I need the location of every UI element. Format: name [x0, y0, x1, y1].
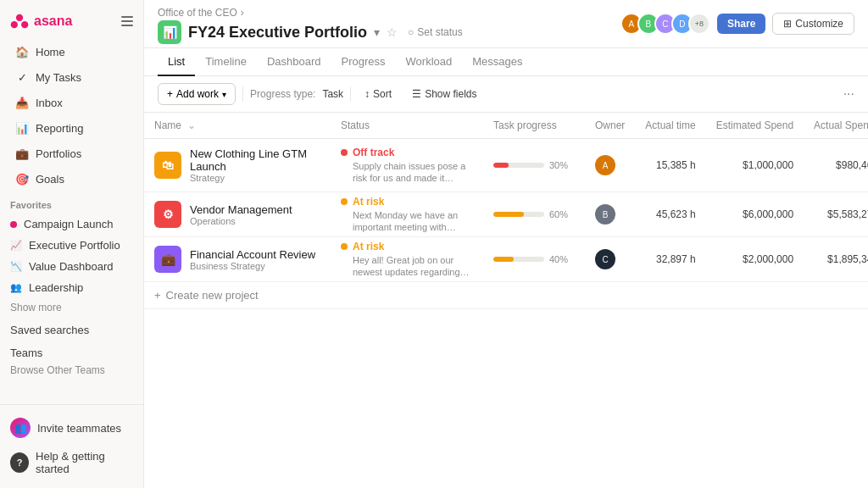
- show-more[interactable]: Show more: [0, 298, 143, 317]
- nav-portfolios[interactable]: 💼 Portfolios: [5, 141, 138, 165]
- saved-searches[interactable]: Saved searches: [0, 317, 143, 340]
- create-project-cell: + Create new project: [144, 282, 868, 309]
- row2-info: Vendor Management Operations: [190, 203, 292, 226]
- set-status[interactable]: ○ Set status: [408, 26, 463, 38]
- row3-progress-wrap: 40%: [493, 254, 575, 264]
- row3-icon: 💼: [154, 246, 181, 273]
- row3-actual-spend: $1,895,345: [804, 237, 868, 282]
- favorites-value-dashboard[interactable]: 📉 Value Dashboard: [0, 256, 143, 277]
- svg-point-1: [11, 21, 18, 28]
- row2-owner-cell: B: [585, 192, 635, 237]
- help-getting-started[interactable]: ? Help & getting started: [0, 444, 143, 481]
- row1-status-info: Off track Supply chain issues pose a ris…: [353, 147, 473, 185]
- tab-dashboard[interactable]: Dashboard: [257, 48, 331, 76]
- row1-progress-bar-bg: [493, 163, 544, 168]
- row2-sub: Operations: [190, 216, 292, 226]
- invite-icon: 👥: [10, 418, 31, 438]
- show-fields-label: Show fields: [425, 88, 476, 100]
- share-button[interactable]: Share: [717, 14, 765, 34]
- customize-button[interactable]: ⊞ Customize: [772, 13, 854, 35]
- portfolio-icon: 📈: [10, 240, 22, 251]
- table-row[interactable]: ⚙ Vendor Management Operations At risk: [144, 192, 868, 237]
- table-row[interactable]: 💼 Financial Account Review Business Stra…: [144, 237, 868, 282]
- tab-timeline-label: Timeline: [205, 55, 247, 68]
- title-chevron-icon[interactable]: ▾: [374, 25, 380, 39]
- row2-progress-cell: 60%: [483, 192, 585, 237]
- top-bar-right: A B C D +8 Share ⊞ Customize: [620, 13, 854, 42]
- row2-actual-spend: $5,583,276: [804, 192, 868, 237]
- nav-inbox-label: Inbox: [36, 97, 63, 109]
- row1-status-dot: [341, 149, 348, 156]
- row3-status-dot: [341, 243, 348, 250]
- row3-owner-avatar: C: [595, 249, 615, 269]
- name-sort-icon[interactable]: ⌄: [187, 119, 196, 131]
- col-name-label: Name: [154, 119, 181, 131]
- progress-type-value[interactable]: Task: [322, 88, 343, 100]
- row2-status-label: At risk: [353, 196, 473, 208]
- sort-button[interactable]: ↕ Sort: [358, 85, 398, 103]
- create-project-button[interactable]: + Create new project: [154, 289, 868, 302]
- tab-messages[interactable]: Messages: [462, 48, 532, 76]
- table-row[interactable]: 🛍 New Clothing Line GTM Launch Strategy …: [144, 139, 868, 192]
- row3-progress-pct: 40%: [549, 254, 568, 264]
- col-name: Name ⌄: [144, 113, 331, 139]
- projects-table: Name ⌄ Status Task progress Owner Actual…: [144, 113, 868, 309]
- favorites-leadership[interactable]: 👥 Leadership: [0, 277, 143, 298]
- row2-owner-avatar: B: [595, 204, 615, 225]
- row2-progress-wrap: 60%: [493, 209, 575, 219]
- row2-status-desc: Next Monday we have an important meeting…: [353, 209, 473, 234]
- favorites-executive-portfolio[interactable]: 📈 Executive Portfolio: [0, 235, 143, 256]
- customize-icon: ⊞: [783, 18, 792, 30]
- row2-progress-pct: 60%: [549, 209, 568, 219]
- nav-inbox[interactable]: 📥 Inbox: [5, 91, 138, 114]
- title-star-icon[interactable]: ☆: [387, 25, 398, 39]
- nav-reporting[interactable]: 📊 Reporting: [5, 116, 138, 140]
- tab-list[interactable]: List: [158, 48, 195, 76]
- briefcase-icon: 💼: [15, 147, 29, 160]
- app-logo: asana: [10, 12, 72, 30]
- row2-estimated-spend: $6,000,000: [706, 192, 804, 237]
- tabs: List Timeline Dashboard Progress Workloa…: [144, 48, 868, 76]
- hamburger-menu[interactable]: [121, 16, 133, 26]
- invite-teammates[interactable]: 👥 Invite teammates: [0, 412, 143, 444]
- tab-workload[interactable]: Workload: [396, 48, 463, 76]
- help-icon: ?: [10, 452, 29, 473]
- favorites-campaign-launch-label: Campaign Launch: [24, 218, 114, 230]
- nav-reporting-label: Reporting: [36, 122, 83, 135]
- row1-icon: 🛍: [154, 152, 181, 179]
- tab-dashboard-label: Dashboard: [267, 55, 321, 68]
- more-options-button[interactable]: ···: [843, 86, 854, 102]
- top-bar: Office of the CEO › 📊 FY24 Executive Por…: [144, 0, 868, 48]
- tab-timeline[interactable]: Timeline: [195, 48, 257, 76]
- browse-other-teams[interactable]: Browse Other Teams: [0, 363, 143, 381]
- row2-progress-bar-bg: [493, 212, 544, 217]
- create-project-row[interactable]: + Create new project: [144, 282, 868, 309]
- row3-status-info: At risk Hey all! Great job on our newest…: [353, 241, 473, 279]
- row1-status-desc: Supply chain issues pose a risk for us a…: [353, 160, 473, 185]
- favorites-campaign-launch[interactable]: Campaign Launch: [0, 214, 143, 235]
- row1-progress-bar-fill: [493, 163, 509, 168]
- col-estimated-spend: Estimated Spend: [706, 113, 804, 139]
- add-work-button[interactable]: + Add work ▾: [158, 83, 236, 105]
- nav-goals[interactable]: 🎯 Goals: [5, 167, 138, 191]
- nav-home[interactable]: 🏠 Home: [5, 40, 138, 64]
- tab-messages-label: Messages: [472, 55, 522, 68]
- favorites-section-title: Favorites: [0, 191, 143, 214]
- show-fields-button[interactable]: ☰ Show fields: [405, 85, 483, 103]
- row2-status-info: At risk Next Monday we have an important…: [353, 196, 473, 234]
- dropdown-arrow-icon: ▾: [222, 90, 226, 99]
- col-task-progress-label: Task progress: [493, 119, 557, 131]
- row1-actual-time: 15,385 h: [635, 139, 705, 192]
- row2-status-cell: At risk Next Monday we have an important…: [331, 192, 483, 237]
- breadcrumb-text[interactable]: Office of the CEO: [158, 7, 237, 19]
- check-icon: ✓: [15, 70, 29, 84]
- row2-name: Vendor Management: [190, 203, 292, 216]
- row3-info: Financial Account Review Business Strate…: [190, 248, 315, 271]
- breadcrumb-arrow: ›: [241, 7, 244, 19]
- row2-progress-bar-fill: [493, 212, 524, 217]
- teams[interactable]: Teams: [0, 340, 143, 363]
- create-project-label: Create new project: [166, 289, 259, 302]
- tab-progress[interactable]: Progress: [331, 48, 396, 76]
- chart-icon: 📊: [15, 121, 29, 135]
- nav-my-tasks[interactable]: ✓ My Tasks: [5, 65, 138, 89]
